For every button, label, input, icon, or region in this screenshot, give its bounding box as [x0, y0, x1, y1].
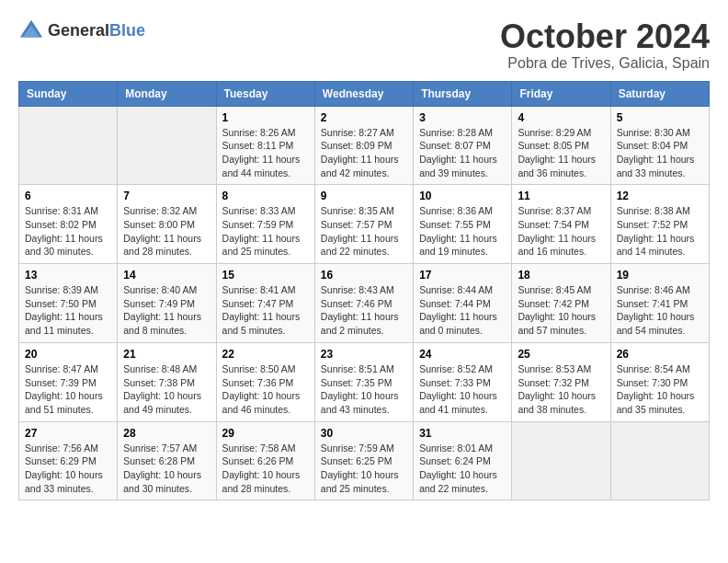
sunset-text: Sunset: 7:57 PM: [321, 218, 407, 232]
day-number: 7: [123, 190, 210, 202]
sunset-text: Sunset: 8:05 PM: [518, 139, 604, 153]
calendar-cell: 7Sunrise: 8:32 AMSunset: 8:00 PMDaylight…: [118, 185, 216, 264]
sunrise-text: Sunrise: 8:52 AM: [419, 362, 506, 376]
sunrise-text: Sunrise: 8:54 AM: [617, 362, 703, 376]
daylight-text: Daylight: 10 hours and 30 minutes.: [123, 468, 210, 495]
header-day-wednesday: Wednesday: [314, 81, 413, 106]
day-info: Sunrise: 8:33 AMSunset: 7:59 PMDaylight:…: [222, 204, 309, 259]
day-number: 20: [25, 348, 111, 361]
day-info: Sunrise: 8:38 AMSunset: 7:52 PMDaylight:…: [617, 204, 703, 259]
sunset-text: Sunset: 7:47 PM: [222, 297, 309, 311]
day-info: Sunrise: 8:01 AMSunset: 6:24 PMDaylight:…: [419, 442, 506, 496]
sunrise-text: Sunrise: 8:32 AM: [123, 204, 210, 218]
calendar-cell: 23Sunrise: 8:51 AMSunset: 7:35 PMDayligh…: [314, 342, 413, 421]
calendar-cell: 20Sunrise: 8:47 AMSunset: 7:39 PMDayligh…: [19, 342, 118, 421]
sunrise-text: Sunrise: 8:48 AM: [123, 362, 210, 376]
calendar-cell: 16Sunrise: 8:43 AMSunset: 7:46 PMDayligh…: [314, 264, 413, 343]
calendar-cell: 14Sunrise: 8:40 AMSunset: 7:49 PMDayligh…: [118, 264, 216, 343]
week-row-1: 6Sunrise: 8:31 AMSunset: 8:02 PMDaylight…: [19, 185, 710, 264]
week-row-3: 20Sunrise: 8:47 AMSunset: 7:39 PMDayligh…: [19, 342, 710, 421]
sunset-text: Sunset: 7:49 PM: [123, 297, 210, 311]
daylight-text: Daylight: 11 hours and 8 minutes.: [123, 310, 210, 337]
day-number: 9: [321, 190, 407, 202]
week-row-4: 27Sunrise: 7:56 AMSunset: 6:29 PMDayligh…: [19, 421, 710, 500]
sunset-text: Sunset: 6:28 PM: [123, 454, 210, 468]
day-info: Sunrise: 8:28 AMSunset: 8:07 PMDaylight:…: [419, 126, 506, 180]
daylight-text: Daylight: 11 hours and 33 minutes.: [617, 153, 703, 179]
day-info: Sunrise: 8:30 AMSunset: 8:04 PMDaylight:…: [617, 126, 703, 180]
header-day-saturday: Saturday: [610, 81, 709, 106]
daylight-text: Daylight: 10 hours and 22 minutes.: [419, 468, 506, 495]
calendar-cell: 4Sunrise: 8:29 AMSunset: 8:05 PMDaylight…: [512, 106, 610, 185]
day-info: Sunrise: 8:54 AMSunset: 7:30 PMDaylight:…: [617, 362, 703, 417]
day-number: 24: [419, 348, 506, 361]
logo-general: General: [48, 22, 109, 40]
day-info: Sunrise: 8:47 AMSunset: 7:39 PMDaylight:…: [25, 362, 111, 417]
calendar-cell: 25Sunrise: 8:53 AMSunset: 7:32 PMDayligh…: [512, 342, 610, 421]
sunrise-text: Sunrise: 8:47 AM: [25, 362, 111, 376]
day-info: Sunrise: 8:36 AMSunset: 7:55 PMDaylight:…: [419, 204, 506, 259]
calendar-cell: [19, 106, 118, 185]
sunset-text: Sunset: 7:38 PM: [123, 376, 210, 390]
daylight-text: Daylight: 11 hours and 30 minutes.: [25, 232, 111, 259]
day-number: 11: [518, 190, 604, 202]
day-info: Sunrise: 8:45 AMSunset: 7:42 PMDaylight:…: [518, 283, 604, 338]
calendar-cell: 27Sunrise: 7:56 AMSunset: 6:29 PMDayligh…: [19, 421, 118, 500]
sunset-text: Sunset: 7:44 PM: [419, 297, 506, 311]
daylight-text: Daylight: 10 hours and 25 minutes.: [321, 468, 407, 495]
calendar-cell: 19Sunrise: 8:46 AMSunset: 7:41 PMDayligh…: [610, 264, 709, 343]
daylight-text: Daylight: 10 hours and 38 minutes.: [518, 389, 604, 416]
calendar-table: SundayMondayTuesdayWednesdayThursdayFrid…: [18, 81, 710, 501]
calendar-cell: 29Sunrise: 7:58 AMSunset: 6:26 PMDayligh…: [216, 421, 314, 500]
sunset-text: Sunset: 8:04 PM: [617, 139, 703, 153]
daylight-text: Daylight: 10 hours and 49 minutes.: [123, 389, 210, 416]
day-number: 2: [321, 111, 407, 124]
calendar-cell: [610, 421, 709, 500]
day-info: Sunrise: 8:26 AMSunset: 8:11 PMDaylight:…: [222, 126, 309, 180]
sunset-text: Sunset: 7:54 PM: [518, 218, 604, 232]
sunrise-text: Sunrise: 8:38 AM: [617, 204, 703, 218]
sunrise-text: Sunrise: 8:27 AM: [321, 126, 407, 140]
day-number: 10: [419, 190, 506, 202]
day-number: 12: [617, 190, 703, 202]
day-number: 27: [25, 427, 111, 440]
sunrise-text: Sunrise: 8:35 AM: [321, 204, 407, 218]
calendar-cell: 8Sunrise: 8:33 AMSunset: 7:59 PMDaylight…: [216, 185, 314, 264]
sunrise-text: Sunrise: 8:28 AM: [419, 126, 506, 140]
calendar-cell: 1Sunrise: 8:26 AMSunset: 8:11 PMDaylight…: [216, 106, 314, 185]
calendar-cell: 12Sunrise: 8:38 AMSunset: 7:52 PMDayligh…: [610, 185, 709, 264]
daylight-text: Daylight: 10 hours and 46 minutes.: [222, 389, 309, 416]
daylight-text: Daylight: 11 hours and 44 minutes.: [222, 153, 309, 179]
day-number: 22: [222, 348, 309, 361]
sunrise-text: Sunrise: 8:39 AM: [25, 283, 111, 297]
calendar-cell: 5Sunrise: 8:30 AMSunset: 8:04 PMDaylight…: [610, 106, 709, 185]
calendar-cell: [512, 421, 610, 500]
calendar-cell: 24Sunrise: 8:52 AMSunset: 7:33 PMDayligh…: [414, 342, 512, 421]
sunrise-text: Sunrise: 8:53 AM: [518, 362, 604, 376]
day-info: Sunrise: 8:41 AMSunset: 7:47 PMDaylight:…: [222, 283, 309, 338]
sunrise-text: Sunrise: 8:01 AM: [419, 442, 506, 455]
sunset-text: Sunset: 6:24 PM: [419, 454, 506, 468]
sunset-text: Sunset: 7:33 PM: [419, 376, 506, 390]
daylight-text: Daylight: 10 hours and 28 minutes.: [222, 468, 309, 495]
day-number: 21: [123, 348, 210, 361]
day-number: 29: [222, 427, 309, 440]
daylight-text: Daylight: 11 hours and 22 minutes.: [321, 232, 407, 259]
sunset-text: Sunset: 7:41 PM: [617, 297, 703, 311]
sunset-text: Sunset: 8:02 PM: [25, 218, 111, 232]
sunrise-text: Sunrise: 8:29 AM: [518, 126, 604, 140]
sunrise-text: Sunrise: 7:59 AM: [321, 442, 407, 455]
sunset-text: Sunset: 7:46 PM: [321, 297, 407, 311]
sunrise-text: Sunrise: 8:51 AM: [321, 362, 407, 376]
title-block: October 2024 Pobra de Trives, Galicia, S…: [500, 18, 710, 72]
calendar-cell: 18Sunrise: 8:45 AMSunset: 7:42 PMDayligh…: [512, 264, 610, 343]
day-info: Sunrise: 8:32 AMSunset: 8:00 PMDaylight:…: [123, 204, 210, 259]
daylight-text: Daylight: 11 hours and 42 minutes.: [321, 153, 407, 179]
day-number: 5: [617, 111, 703, 124]
daylight-text: Daylight: 11 hours and 25 minutes.: [222, 232, 309, 259]
sunset-text: Sunset: 8:09 PM: [321, 139, 407, 153]
day-info: Sunrise: 8:48 AMSunset: 7:38 PMDaylight:…: [123, 362, 210, 417]
day-number: 18: [518, 269, 604, 282]
day-info: Sunrise: 8:46 AMSunset: 7:41 PMDaylight:…: [617, 283, 703, 338]
daylight-text: Daylight: 10 hours and 57 minutes.: [518, 310, 604, 337]
